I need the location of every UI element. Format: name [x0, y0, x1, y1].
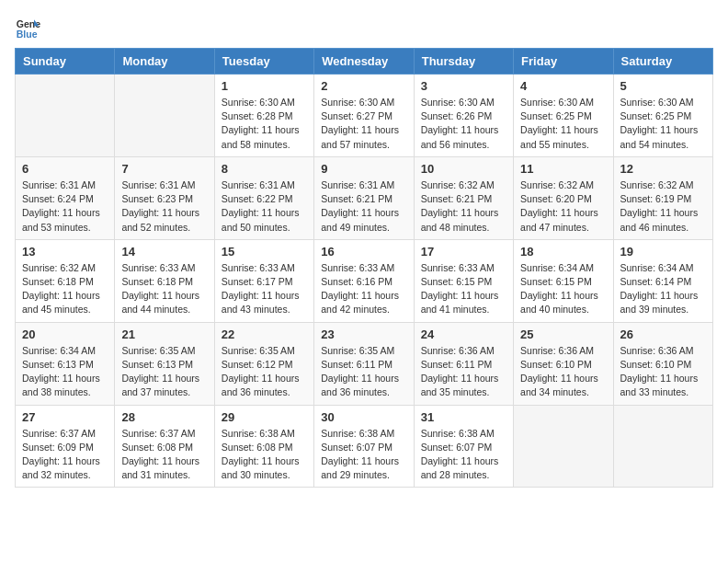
- day-number: 19: [620, 245, 706, 259]
- day-info: Sunrise: 6:36 AM Sunset: 6:11 PM Dayligh…: [421, 344, 506, 400]
- day-info: Sunrise: 6:30 AM Sunset: 6:25 PM Dayligh…: [620, 96, 706, 152]
- calendar-cell: 23Sunrise: 6:35 AM Sunset: 6:11 PM Dayli…: [314, 322, 414, 405]
- day-info: Sunrise: 6:38 AM Sunset: 6:07 PM Dayligh…: [421, 427, 506, 483]
- calendar-cell: 10Sunrise: 6:32 AM Sunset: 6:21 PM Dayli…: [414, 156, 513, 239]
- day-number: 16: [321, 245, 406, 259]
- day-info: Sunrise: 6:34 AM Sunset: 6:15 PM Dayligh…: [520, 261, 606, 317]
- day-info: Sunrise: 6:32 AM Sunset: 6:18 PM Dayligh…: [22, 261, 108, 317]
- day-info: Sunrise: 6:30 AM Sunset: 6:25 PM Dayligh…: [520, 96, 606, 152]
- day-info: Sunrise: 6:37 AM Sunset: 6:08 PM Dayligh…: [121, 427, 207, 483]
- day-number: 8: [222, 162, 307, 176]
- calendar-cell: [514, 405, 613, 488]
- calendar-cell: 4Sunrise: 6:30 AM Sunset: 6:25 PM Daylig…: [514, 75, 613, 157]
- calendar-cell: 21Sunrise: 6:35 AM Sunset: 6:13 PM Dayli…: [115, 322, 214, 405]
- calendar-cell: 6Sunrise: 6:31 AM Sunset: 6:24 PM Daylig…: [16, 156, 115, 239]
- day-number: 18: [520, 245, 606, 259]
- day-header-sunday: Sunday: [16, 49, 115, 75]
- day-number: 29: [222, 410, 307, 424]
- calendar-cell: 28Sunrise: 6:37 AM Sunset: 6:08 PM Dayli…: [115, 405, 214, 488]
- day-header-saturday: Saturday: [613, 49, 712, 75]
- day-number: 11: [520, 162, 606, 176]
- day-info: Sunrise: 6:33 AM Sunset: 6:17 PM Dayligh…: [222, 261, 307, 317]
- day-info: Sunrise: 6:35 AM Sunset: 6:11 PM Dayligh…: [321, 344, 406, 400]
- calendar-cell: 11Sunrise: 6:32 AM Sunset: 6:20 PM Dayli…: [514, 156, 613, 239]
- day-number: 27: [22, 410, 108, 424]
- calendar-cell: 12Sunrise: 6:32 AM Sunset: 6:19 PM Dayli…: [613, 156, 712, 239]
- day-number: 13: [22, 245, 108, 259]
- calendar-cell: 22Sunrise: 6:35 AM Sunset: 6:12 PM Dayli…: [214, 322, 313, 405]
- logo: General Blue: [15, 15, 44, 40]
- calendar-cell: 20Sunrise: 6:34 AM Sunset: 6:13 PM Dayli…: [16, 322, 115, 405]
- day-info: Sunrise: 6:30 AM Sunset: 6:26 PM Dayligh…: [421, 96, 506, 152]
- calendar-week-row: 27Sunrise: 6:37 AM Sunset: 6:09 PM Dayli…: [16, 405, 713, 488]
- calendar-cell: 19Sunrise: 6:34 AM Sunset: 6:14 PM Dayli…: [613, 239, 712, 322]
- calendar-header-row: SundayMondayTuesdayWednesdayThursdayFrid…: [16, 49, 713, 75]
- day-number: 6: [22, 162, 108, 176]
- day-info: Sunrise: 6:33 AM Sunset: 6:15 PM Dayligh…: [421, 261, 506, 317]
- calendar-cell: 18Sunrise: 6:34 AM Sunset: 6:15 PM Dayli…: [514, 239, 613, 322]
- day-number: 12: [620, 162, 706, 176]
- day-number: 20: [22, 327, 108, 341]
- calendar-cell: 31Sunrise: 6:38 AM Sunset: 6:07 PM Dayli…: [414, 405, 513, 488]
- day-info: Sunrise: 6:30 AM Sunset: 6:28 PM Dayligh…: [222, 96, 307, 152]
- calendar-cell: 30Sunrise: 6:38 AM Sunset: 6:07 PM Dayli…: [314, 405, 414, 488]
- svg-text:Blue: Blue: [17, 29, 38, 40]
- day-number: 24: [421, 327, 506, 341]
- day-info: Sunrise: 6:32 AM Sunset: 6:19 PM Dayligh…: [620, 178, 706, 235]
- calendar-cell: 16Sunrise: 6:33 AM Sunset: 6:16 PM Dayli…: [314, 239, 414, 322]
- day-header-monday: Monday: [115, 49, 214, 75]
- page-header: General Blue: [15, 15, 713, 40]
- day-info: Sunrise: 6:33 AM Sunset: 6:18 PM Dayligh…: [121, 261, 207, 317]
- day-info: Sunrise: 6:31 AM Sunset: 6:24 PM Dayligh…: [22, 178, 108, 235]
- calendar-week-row: 6Sunrise: 6:31 AM Sunset: 6:24 PM Daylig…: [16, 156, 713, 239]
- calendar-cell: [115, 75, 214, 157]
- day-info: Sunrise: 6:33 AM Sunset: 6:16 PM Dayligh…: [321, 261, 406, 317]
- calendar-cell: 24Sunrise: 6:36 AM Sunset: 6:11 PM Dayli…: [414, 322, 513, 405]
- calendar-cell: 9Sunrise: 6:31 AM Sunset: 6:21 PM Daylig…: [314, 156, 414, 239]
- day-number: 26: [620, 327, 706, 341]
- day-number: 31: [421, 410, 506, 424]
- day-number: 10: [421, 162, 506, 176]
- day-number: 25: [520, 327, 606, 341]
- calendar-cell: 27Sunrise: 6:37 AM Sunset: 6:09 PM Dayli…: [16, 405, 115, 488]
- day-header-wednesday: Wednesday: [314, 49, 414, 75]
- day-number: 1: [222, 79, 307, 93]
- day-info: Sunrise: 6:32 AM Sunset: 6:20 PM Dayligh…: [520, 178, 606, 235]
- calendar-cell: 25Sunrise: 6:36 AM Sunset: 6:10 PM Dayli…: [514, 322, 613, 405]
- day-number: 22: [222, 327, 307, 341]
- day-info: Sunrise: 6:31 AM Sunset: 6:21 PM Dayligh…: [321, 178, 406, 235]
- calendar-cell: 15Sunrise: 6:33 AM Sunset: 6:17 PM Dayli…: [214, 239, 313, 322]
- calendar-cell: 2Sunrise: 6:30 AM Sunset: 6:27 PM Daylig…: [314, 75, 414, 157]
- calendar-cell: 29Sunrise: 6:38 AM Sunset: 6:08 PM Dayli…: [214, 405, 313, 488]
- day-info: Sunrise: 6:38 AM Sunset: 6:07 PM Dayligh…: [321, 427, 406, 483]
- day-number: 2: [321, 79, 406, 93]
- calendar-cell: 14Sunrise: 6:33 AM Sunset: 6:18 PM Dayli…: [115, 239, 214, 322]
- calendar-cell: [16, 75, 115, 157]
- calendar-cell: 5Sunrise: 6:30 AM Sunset: 6:25 PM Daylig…: [613, 75, 712, 157]
- day-info: Sunrise: 6:35 AM Sunset: 6:12 PM Dayligh…: [222, 344, 307, 400]
- day-number: 28: [121, 410, 207, 424]
- day-info: Sunrise: 6:31 AM Sunset: 6:22 PM Dayligh…: [222, 178, 307, 235]
- day-number: 4: [520, 79, 606, 93]
- day-info: Sunrise: 6:34 AM Sunset: 6:13 PM Dayligh…: [22, 344, 108, 400]
- day-number: 5: [620, 79, 706, 93]
- day-header-friday: Friday: [514, 49, 613, 75]
- day-number: 9: [321, 162, 406, 176]
- day-number: 21: [121, 327, 207, 341]
- day-number: 14: [121, 245, 207, 259]
- day-info: Sunrise: 6:36 AM Sunset: 6:10 PM Dayligh…: [620, 344, 706, 400]
- day-info: Sunrise: 6:37 AM Sunset: 6:09 PM Dayligh…: [22, 427, 108, 483]
- day-header-tuesday: Tuesday: [214, 49, 313, 75]
- calendar-table: SundayMondayTuesdayWednesdayThursdayFrid…: [15, 48, 713, 488]
- day-info: Sunrise: 6:34 AM Sunset: 6:14 PM Dayligh…: [620, 261, 706, 317]
- calendar-cell: 17Sunrise: 6:33 AM Sunset: 6:15 PM Dayli…: [414, 239, 513, 322]
- calendar-cell: 7Sunrise: 6:31 AM Sunset: 6:23 PM Daylig…: [115, 156, 214, 239]
- logo-icon: General Blue: [15, 15, 40, 40]
- calendar-cell: 26Sunrise: 6:36 AM Sunset: 6:10 PM Dayli…: [613, 322, 712, 405]
- calendar-cell: 1Sunrise: 6:30 AM Sunset: 6:28 PM Daylig…: [214, 75, 313, 157]
- day-number: 30: [321, 410, 406, 424]
- day-info: Sunrise: 6:31 AM Sunset: 6:23 PM Dayligh…: [121, 178, 207, 235]
- day-info: Sunrise: 6:32 AM Sunset: 6:21 PM Dayligh…: [421, 178, 506, 235]
- day-number: 17: [421, 245, 506, 259]
- day-info: Sunrise: 6:35 AM Sunset: 6:13 PM Dayligh…: [121, 344, 207, 400]
